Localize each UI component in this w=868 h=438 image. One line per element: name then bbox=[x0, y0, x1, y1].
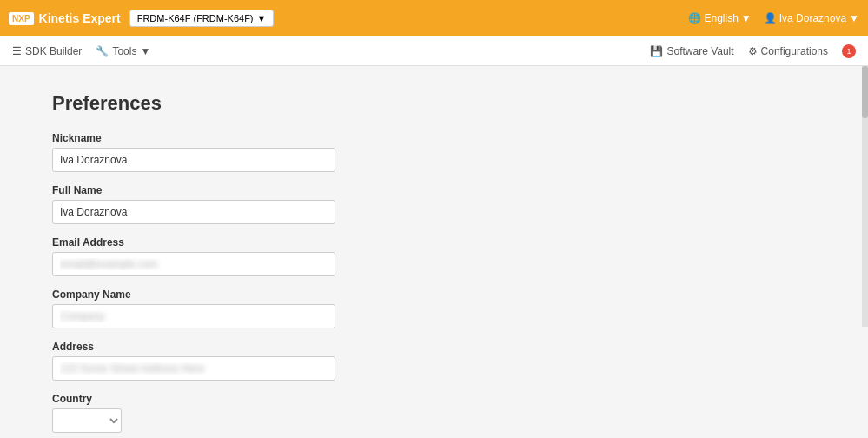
country-field-group: Country United States United Kingdom Ger… bbox=[52, 393, 816, 433]
address-input[interactable] bbox=[52, 356, 335, 381]
software-vault-label: Software Vault bbox=[666, 45, 733, 57]
address-label: Address bbox=[52, 341, 816, 353]
sdk-builder-icon: ☰ bbox=[12, 45, 22, 57]
page-title: Preferences bbox=[52, 92, 816, 115]
username-label: Iva Doraznova bbox=[779, 12, 846, 24]
tools-icon: 🔧 bbox=[96, 45, 109, 57]
brand-app-name: Kinetis Expert bbox=[39, 11, 121, 25]
software-vault-icon: 💾 bbox=[650, 45, 663, 57]
notification-button[interactable]: 1 bbox=[842, 44, 856, 58]
board-selector-chevron-icon: ▼ bbox=[257, 13, 267, 23]
configurations-icon: ⚙ bbox=[748, 45, 758, 57]
language-label: English bbox=[704, 12, 738, 24]
software-vault-button[interactable]: 💾 Software Vault bbox=[650, 45, 733, 57]
configurations-button[interactable]: ⚙ Configurations bbox=[748, 45, 828, 57]
toolbar-right: 💾 Software Vault ⚙ Configurations 1 bbox=[650, 44, 856, 58]
nickname-field-group: Nickname bbox=[52, 132, 816, 172]
language-selector[interactable]: 🌐 English ▼ bbox=[688, 12, 751, 24]
tools-label: Tools bbox=[112, 45, 136, 57]
company-label: Company Name bbox=[52, 289, 816, 301]
board-selector[interactable]: FRDM-K64F (FRDM-K64F) ▼ bbox=[129, 10, 275, 27]
language-chevron-icon: ▼ bbox=[741, 12, 752, 24]
email-field-group: Email Address bbox=[52, 236, 816, 276]
scrollbar-thumb bbox=[862, 66, 868, 118]
email-label: Email Address bbox=[52, 236, 816, 249]
tools-button[interactable]: 🔧 Tools ▼ bbox=[96, 45, 150, 57]
country-select[interactable]: United States United Kingdom Germany bbox=[52, 408, 122, 433]
nav-right: 🌐 English ▼ 👤 Iva Doraznova ▼ bbox=[688, 12, 859, 24]
address-field-group: Address bbox=[52, 341, 816, 381]
country-label: Country bbox=[52, 393, 816, 405]
sdk-builder-label: SDK Builder bbox=[25, 45, 82, 57]
notification-badge: 1 bbox=[842, 44, 856, 58]
company-field-group: Company Name bbox=[52, 289, 816, 328]
fullname-field-group: Full Name bbox=[52, 184, 816, 224]
brand: NXP Kinetis Expert bbox=[9, 11, 121, 25]
toolbar-left: ☰ SDK Builder 🔧 Tools ▼ bbox=[12, 45, 150, 57]
nickname-input[interactable] bbox=[52, 148, 335, 172]
country-select-wrapper: United States United Kingdom Germany bbox=[52, 408, 816, 433]
user-chevron-icon: ▼ bbox=[849, 12, 859, 24]
main-content: Preferences Nickname Full Name Email Add… bbox=[0, 66, 868, 438]
nickname-label: Nickname bbox=[52, 132, 816, 144]
company-input[interactable] bbox=[52, 304, 335, 328]
user-menu[interactable]: 👤 Iva Doraznova ▼ bbox=[764, 12, 859, 24]
fullname-input[interactable] bbox=[52, 200, 335, 224]
nav-left: NXP Kinetis Expert FRDM-K64F (FRDM-K64F)… bbox=[9, 10, 274, 27]
configurations-label: Configurations bbox=[761, 45, 828, 57]
tools-chevron-icon: ▼ bbox=[140, 45, 150, 57]
sdk-builder-button[interactable]: ☰ SDK Builder bbox=[12, 45, 82, 57]
scrollbar[interactable] bbox=[862, 66, 868, 327]
toolbar: ☰ SDK Builder 🔧 Tools ▼ 💾 Software Vault… bbox=[0, 36, 868, 66]
top-navigation: NXP Kinetis Expert FRDM-K64F (FRDM-K64F)… bbox=[0, 0, 868, 36]
fullname-label: Full Name bbox=[52, 184, 816, 196]
board-selector-value: FRDM-K64F (FRDM-K64F) bbox=[137, 13, 254, 23]
globe-icon: 🌐 bbox=[688, 12, 701, 24]
email-input[interactable] bbox=[52, 252, 335, 276]
brand-logo: NXP bbox=[9, 12, 34, 25]
user-icon: 👤 bbox=[764, 12, 777, 24]
